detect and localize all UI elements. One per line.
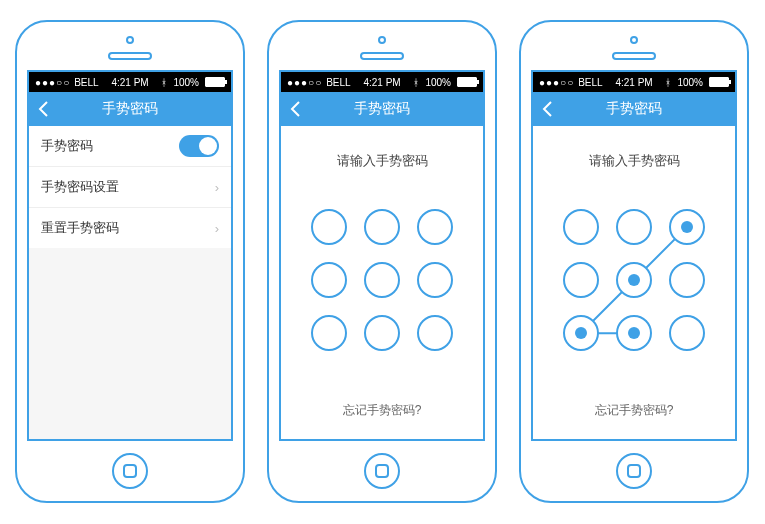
clock-label: 4:21 PM	[363, 77, 400, 88]
back-button[interactable]	[35, 100, 53, 118]
pattern-node-5[interactable]	[616, 262, 652, 298]
row-gesture-toggle[interactable]: 手势密码	[29, 126, 231, 167]
row-reset-gesture[interactable]: 重置手势密码 ›	[29, 208, 231, 248]
status-bar: ●●●○○ BELL 4:21 PM ᚼ 100%	[281, 72, 483, 92]
toggle-on[interactable]	[179, 135, 219, 157]
camera-icon	[378, 36, 386, 44]
chevron-right-icon: ›	[215, 221, 219, 236]
node-dot-icon	[628, 274, 640, 286]
screen: ●●●○○ BELL 4:21 PM ᚼ 100% 手势密码 请输入手势密码	[279, 70, 485, 441]
home-icon	[123, 464, 137, 478]
battery-icon	[205, 77, 225, 87]
pattern-grid[interactable]	[302, 200, 462, 360]
chevron-left-icon	[539, 100, 557, 118]
pattern-body: 请输入手势密码 忘记手势密码?	[281, 126, 483, 439]
pattern-node-2[interactable]	[616, 209, 652, 245]
pattern-prompt: 请输入手势密码	[533, 152, 735, 170]
nav-bar: 手势密码	[29, 92, 231, 126]
pattern-prompt: 请输入手势密码	[281, 152, 483, 170]
battery-label: 100%	[677, 77, 703, 88]
pattern-node-2[interactable]	[364, 209, 400, 245]
pattern-node-1[interactable]	[563, 209, 599, 245]
nav-bar: 手势密码	[533, 92, 735, 126]
home-icon	[375, 464, 389, 478]
phone-settings: ●●●○○ BELL 4:21 PM ᚼ 100% 手势密码	[15, 20, 245, 503]
speaker-icon	[108, 52, 152, 60]
row-label: 重置手势密码	[41, 219, 119, 237]
screen: ●●●○○ BELL 4:21 PM ᚼ 100% 手势密码	[27, 70, 233, 441]
home-button[interactable]	[112, 453, 148, 489]
pattern-node-9[interactable]	[669, 315, 705, 351]
nav-bar: 手势密码	[281, 92, 483, 126]
home-icon	[627, 464, 641, 478]
page-title: 手势密码	[102, 100, 158, 118]
camera-icon	[126, 36, 134, 44]
battery-label: 100%	[173, 77, 199, 88]
chevron-left-icon	[35, 100, 53, 118]
battery-icon	[457, 77, 477, 87]
pattern-grid[interactable]	[554, 200, 714, 360]
page-title: 手势密码	[606, 100, 662, 118]
pattern-body: 请输入手势密码 忘记手势密码?	[533, 126, 735, 439]
phone-pattern-drawing: ●●●○○ BELL 4:21 PM ᚼ 100% 手势密码 请输入手势密码	[519, 20, 749, 503]
stage: ●●●○○ BELL 4:21 PM ᚼ 100% 手势密码	[0, 0, 765, 524]
pattern-node-6[interactable]	[669, 262, 705, 298]
pattern-node-4[interactable]	[563, 262, 599, 298]
back-button[interactable]	[539, 100, 557, 118]
row-label: 手势密码	[41, 137, 93, 155]
pattern-node-9[interactable]	[417, 315, 453, 351]
clock-label: 4:21 PM	[111, 77, 148, 88]
pattern-node-8[interactable]	[616, 315, 652, 351]
carrier-label: BELL	[326, 77, 350, 88]
node-dot-icon	[575, 327, 587, 339]
row-gesture-settings[interactable]: 手势密码设置 ›	[29, 167, 231, 208]
bluetooth-icon: ᚼ	[665, 77, 671, 88]
settings-list: 手势密码 手势密码设置 › 重置手势密码 ›	[29, 126, 231, 248]
pattern-node-5[interactable]	[364, 262, 400, 298]
carrier-label: BELL	[578, 77, 602, 88]
forgot-link[interactable]: 忘记手势密码?	[281, 402, 483, 419]
carrier-label: BELL	[74, 77, 98, 88]
status-bar: ●●●○○ BELL 4:21 PM ᚼ 100%	[533, 72, 735, 92]
signal-icon: ●●●○○	[539, 77, 574, 88]
pattern-node-8[interactable]	[364, 315, 400, 351]
pattern-node-7[interactable]	[563, 315, 599, 351]
node-dot-icon	[628, 327, 640, 339]
speaker-icon	[612, 52, 656, 60]
home-button[interactable]	[616, 453, 652, 489]
settings-body: 手势密码 手势密码设置 › 重置手势密码 ›	[29, 126, 231, 439]
pattern-node-3[interactable]	[417, 209, 453, 245]
clock-label: 4:21 PM	[615, 77, 652, 88]
pattern-node-7[interactable]	[311, 315, 347, 351]
bluetooth-icon: ᚼ	[161, 77, 167, 88]
chevron-right-icon: ›	[215, 180, 219, 195]
row-label: 手势密码设置	[41, 178, 119, 196]
home-button[interactable]	[364, 453, 400, 489]
pattern-node-1[interactable]	[311, 209, 347, 245]
node-dot-icon	[681, 221, 693, 233]
pattern-node-4[interactable]	[311, 262, 347, 298]
status-bar: ●●●○○ BELL 4:21 PM ᚼ 100%	[29, 72, 231, 92]
signal-icon: ●●●○○	[35, 77, 70, 88]
bluetooth-icon: ᚼ	[413, 77, 419, 88]
page-title: 手势密码	[354, 100, 410, 118]
signal-icon: ●●●○○	[287, 77, 322, 88]
phone-pattern-empty: ●●●○○ BELL 4:21 PM ᚼ 100% 手势密码 请输入手势密码	[267, 20, 497, 503]
battery-icon	[709, 77, 729, 87]
back-button[interactable]	[287, 100, 305, 118]
speaker-icon	[360, 52, 404, 60]
screen: ●●●○○ BELL 4:21 PM ᚼ 100% 手势密码 请输入手势密码	[531, 70, 737, 441]
camera-icon	[630, 36, 638, 44]
pattern-node-3[interactable]	[669, 209, 705, 245]
pattern-node-6[interactable]	[417, 262, 453, 298]
chevron-left-icon	[287, 100, 305, 118]
forgot-link[interactable]: 忘记手势密码?	[533, 402, 735, 419]
battery-label: 100%	[425, 77, 451, 88]
